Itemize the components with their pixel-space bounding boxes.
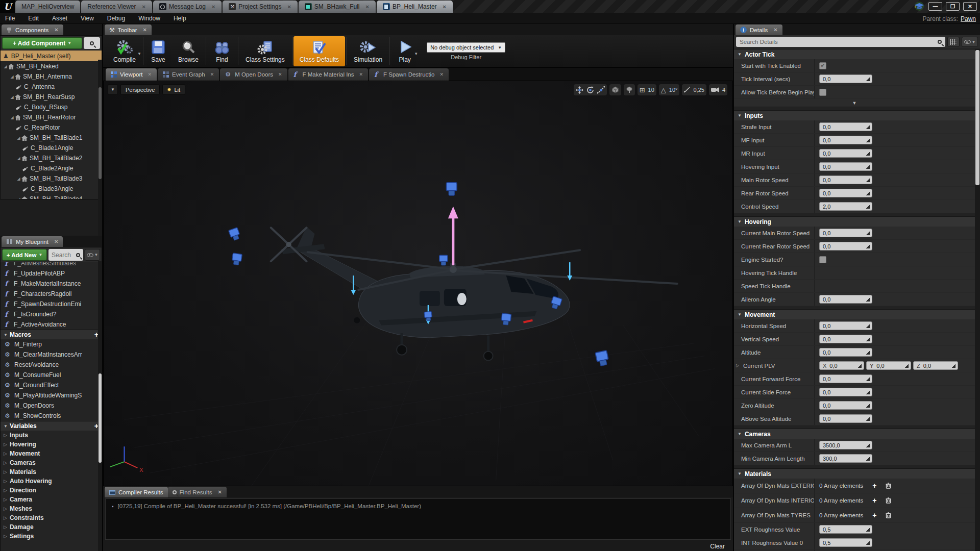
property-checkbox[interactable] <box>819 89 826 96</box>
rotation-snap-group[interactable]: △ 10° <box>659 84 680 95</box>
play-button[interactable]: Play▼ <box>391 35 419 67</box>
component-tree-row[interactable]: ◢ SM_BH_TailBlade1 <box>1 133 102 143</box>
component-tree-row[interactable]: C_Blade1Angle <box>1 143 102 153</box>
expander-icon[interactable]: ▷ <box>4 506 7 511</box>
macro-list-item[interactable]: ⚙ M_PlayAltitudeWarningS <box>1 390 102 400</box>
property-number-field[interactable]: 0,0 <box>819 242 872 251</box>
class-defaults-button[interactable]: Class Defaults <box>293 36 345 66</box>
details-panel-tab[interactable]: i Details✕ <box>736 24 782 35</box>
details-scrollbar[interactable] <box>975 49 980 551</box>
variables-section-header[interactable]: ▼Variables+ <box>1 421 102 431</box>
property-number-field[interactable]: 0,0 <box>819 374 872 383</box>
function-list-item[interactable]: f F_AllMeshesSimulates <box>1 262 102 268</box>
surface-snap-toggle[interactable] <box>624 84 635 95</box>
close-icon[interactable]: ✕ <box>287 4 291 10</box>
variable-category-row[interactable]: ▷ Materials <box>1 467 102 477</box>
components-scrollbar[interactable] <box>98 60 102 236</box>
variable-category-row[interactable]: ▷ Movement <box>1 449 102 458</box>
close-icon[interactable]: ✕ <box>365 4 370 10</box>
close-icon[interactable]: ✕ <box>773 27 777 33</box>
menu-view[interactable]: View <box>81 15 94 22</box>
expander-icon[interactable]: ▷ <box>4 479 7 484</box>
tab-viewport[interactable]: Viewport✕ <box>106 68 157 81</box>
perspective-button[interactable]: Perspective <box>120 84 160 95</box>
section-movement[interactable]: ▼Movement <box>734 309 975 319</box>
expander-icon[interactable]: ▷ <box>4 451 7 456</box>
parent-class-link[interactable]: Pawn <box>961 15 976 22</box>
variable-category-row[interactable]: ▷ Cameras <box>1 458 102 467</box>
browse-button[interactable]: Browse <box>172 35 205 67</box>
component-tree-row[interactable]: C_RearRotor <box>1 122 102 133</box>
property-checkbox[interactable] <box>819 256 826 263</box>
macro-list-item[interactable]: ⚙ M_ConsumeFuel <box>1 370 102 380</box>
expander-icon[interactable]: ▷ <box>4 534 7 539</box>
property-number-field[interactable]: 0,0 <box>819 176 872 184</box>
restore-button[interactable]: ❐ <box>946 2 960 11</box>
property-number-field[interactable]: 2,0 <box>819 202 872 211</box>
variable-category-row[interactable]: ▷ Hovering <box>1 440 102 449</box>
close-icon[interactable]: ✕ <box>439 72 444 77</box>
scale-snap-group[interactable]: 0,25 <box>682 84 706 95</box>
details-view-options-button[interactable]: ▼ <box>962 37 978 47</box>
component-tree-row[interactable]: ◢ SM_BH_RearRotor <box>1 112 102 122</box>
variable-category-row[interactable]: ▷ Auto Hovering <box>1 477 102 486</box>
rotation-snap-icon[interactable]: △ <box>661 87 666 93</box>
expander-icon[interactable]: ◢ <box>3 64 8 69</box>
my-blueprint-search-input[interactable]: Search <box>48 249 83 261</box>
close-icon[interactable]: ✕ <box>217 489 222 495</box>
camera-speed-value[interactable]: 4 <box>722 87 725 93</box>
expander-icon[interactable]: ◢ <box>9 74 15 79</box>
add-array-element-button[interactable]: + <box>872 496 876 505</box>
property-number-field[interactable]: 0,5 <box>819 538 872 547</box>
world-local-toggle[interactable] <box>609 84 621 95</box>
property-number-field[interactable]: 0,0 <box>819 414 872 423</box>
close-icon[interactable]: ✕ <box>211 4 215 10</box>
class-settings-button[interactable]: Class Settings <box>239 35 291 67</box>
component-tree-row[interactable]: ◢ SM_BH_RearSusp <box>1 92 102 102</box>
close-icon[interactable]: ✕ <box>142 4 146 10</box>
toolbar-panel-tab[interactable]: ⚒ Toolbar✕ <box>105 24 152 35</box>
chevron-down-icon[interactable]: ▼ <box>137 52 141 56</box>
component-tree-row[interactable]: ◢ SM_BH_Naked <box>1 61 102 71</box>
tutorial-cap-icon[interactable] <box>914 2 925 11</box>
macro-list-item[interactable]: ⚙ M_ShowControls <box>1 411 102 421</box>
component-tree-row[interactable]: ◢ SM_BH_TailBlade2 <box>1 153 102 163</box>
component-tree-row[interactable]: C_Blade3Angle <box>1 184 102 194</box>
tab-m-open-doors[interactable]: ⚙ M Open Doors✕ <box>220 68 287 81</box>
add-new-button[interactable]: + Add New▼ <box>2 249 47 261</box>
expander-icon[interactable]: ▷ <box>4 433 7 438</box>
find-results-tab[interactable]: Find Results✕ <box>168 487 227 497</box>
variable-category-row[interactable]: ▷ Camera <box>1 495 102 504</box>
property-number-field[interactable]: 3500,0 <box>819 441 872 449</box>
menu-asset[interactable]: Asset <box>52 15 67 22</box>
property-number-field[interactable]: 0,0 <box>819 189 872 197</box>
macro-list-item[interactable]: ⚙ ResetAvoidance <box>1 360 102 370</box>
component-tree-row[interactable]: ◢ SM_BH_TailBlade4 <box>1 194 102 199</box>
function-list-item[interactable]: f F_IsGrounded? <box>1 309 102 319</box>
chevron-down-icon[interactable]: ▼ <box>414 52 418 56</box>
expander-icon[interactable]: ◢ <box>16 156 21 161</box>
scale-snap-icon[interactable] <box>684 87 690 93</box>
component-tree-row[interactable]: ◢ SM_BH_Antemna <box>1 71 102 82</box>
window-tab-bp-heli-master[interactable]: BP_Heli_Master✕ <box>377 1 453 13</box>
component-tree-row[interactable]: ◢ SM_BH_TailBlade3 <box>1 173 102 184</box>
macros-section-header[interactable]: ▼Macros+ <box>1 330 102 339</box>
advanced-expander[interactable]: ▼ <box>734 99 975 107</box>
close-icon[interactable]: ✕ <box>443 4 447 10</box>
component-tree-row[interactable]: C_Antenna <box>1 82 102 92</box>
expander-icon[interactable]: ◢ <box>16 177 21 181</box>
macro-list-item[interactable]: ⚙ M_OpenDoors <box>1 400 102 411</box>
viewport-3d[interactable]: X ▼ Perspective Lit ⊞ 10 <box>103 81 733 486</box>
grid-snap-value[interactable]: 10 <box>648 87 654 93</box>
property-number-field[interactable]: 0,0 <box>819 136 872 144</box>
window-tab-map-helioverview[interactable]: MAP_HeliOverview <box>15 1 80 13</box>
macro-list-item[interactable]: ⚙ M_GroundEffect <box>1 380 102 390</box>
compiler-log[interactable]: ▪ [0725,19] Compile of BP_Heli_Master su… <box>105 498 731 540</box>
section-hovering[interactable]: ▼Hovering <box>734 216 975 227</box>
section-cameras[interactable]: ▼Cameras <box>734 429 975 439</box>
close-icon[interactable]: ✕ <box>210 72 214 77</box>
macro-list-item[interactable]: ⚙ M_ClearMatInstancesArr <box>1 349 102 360</box>
compile-button[interactable]: Compile▼ <box>107 35 142 67</box>
close-icon[interactable]: ✕ <box>142 27 146 33</box>
lit-mode-button[interactable]: Lit <box>162 84 185 95</box>
